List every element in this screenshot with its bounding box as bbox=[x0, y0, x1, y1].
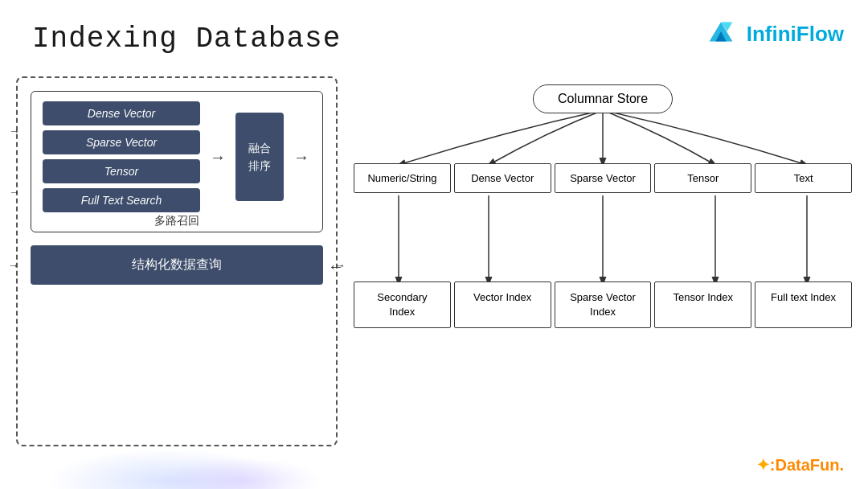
panel-to-diagram-arrow: ← bbox=[328, 257, 344, 276]
datafun-watermark: ✦:DataFun. bbox=[756, 455, 844, 475]
left-panel: → → Dense Vector Sparse Vector Tensor Fu… bbox=[16, 76, 338, 446]
col-type-dense: Dense Vector bbox=[454, 163, 551, 193]
index-vector: Vector Index bbox=[454, 281, 551, 328]
recall-inner: → → Dense Vector Sparse Vector Tensor Fu… bbox=[43, 101, 311, 212]
multi-recall-label: 多路召回 bbox=[154, 214, 199, 228]
col-type-sparse: Sparse Vector bbox=[555, 163, 652, 193]
logo-flow: Flow bbox=[796, 22, 844, 46]
logo-area: InfiniFlow bbox=[702, 14, 844, 53]
right-diagram: Columnar Store Numeric/String Dense Vect… bbox=[354, 76, 852, 446]
index-sparse-vector: Sparse VectorIndex bbox=[555, 281, 652, 328]
bg-blob-purple bbox=[161, 457, 321, 489]
multi-recall-box: → → Dense Vector Sparse Vector Tensor Fu… bbox=[31, 91, 323, 232]
col-type-tensor: Tensor bbox=[654, 163, 751, 193]
struct-box: 结构化数据查询 bbox=[31, 245, 323, 285]
struct-left-arrow: → bbox=[8, 259, 19, 272]
bg-blob-blue bbox=[48, 449, 289, 489]
left-bottom-arrow: → bbox=[9, 186, 20, 199]
recall-to-fusion-arrow: → bbox=[210, 148, 226, 166]
col-types-row: Numeric/String Dense Vector Sparse Vecto… bbox=[354, 163, 852, 193]
recall-item-fulltext: Full Text Search bbox=[43, 188, 200, 212]
diagram-arrows-svg bbox=[354, 76, 852, 446]
page-title: Indexing Database bbox=[32, 23, 341, 55]
index-tensor: Tensor Index bbox=[654, 281, 751, 328]
infiniflow-logo-icon bbox=[702, 14, 740, 53]
recall-item-tensor: Tensor bbox=[43, 159, 200, 183]
recall-item-sparse: Sparse Vector bbox=[43, 130, 200, 154]
datafun-star: ✦ bbox=[756, 456, 770, 474]
index-fulltext: Full text Index bbox=[755, 281, 852, 328]
columnar-store-box: Columnar Store bbox=[533, 84, 673, 113]
fusion-out-arrow: → bbox=[293, 148, 309, 166]
logo-text: InfiniFlow bbox=[747, 22, 844, 47]
left-top-arrow: → bbox=[9, 125, 20, 138]
datafun-text: :DataFun. bbox=[770, 456, 844, 474]
fusion-box: 融合排序 bbox=[235, 113, 284, 201]
index-types-row: SecondaryIndex Vector Index Sparse Vecto… bbox=[354, 281, 852, 328]
recall-item-dense: Dense Vector bbox=[43, 101, 200, 125]
col-type-numeric: Numeric/String bbox=[354, 163, 451, 193]
logo-infini: Infini bbox=[747, 22, 796, 46]
recall-items: Dense Vector Sparse Vector Tensor Full T… bbox=[43, 101, 200, 212]
col-type-text: Text bbox=[755, 163, 852, 193]
index-secondary: SecondaryIndex bbox=[354, 281, 451, 328]
